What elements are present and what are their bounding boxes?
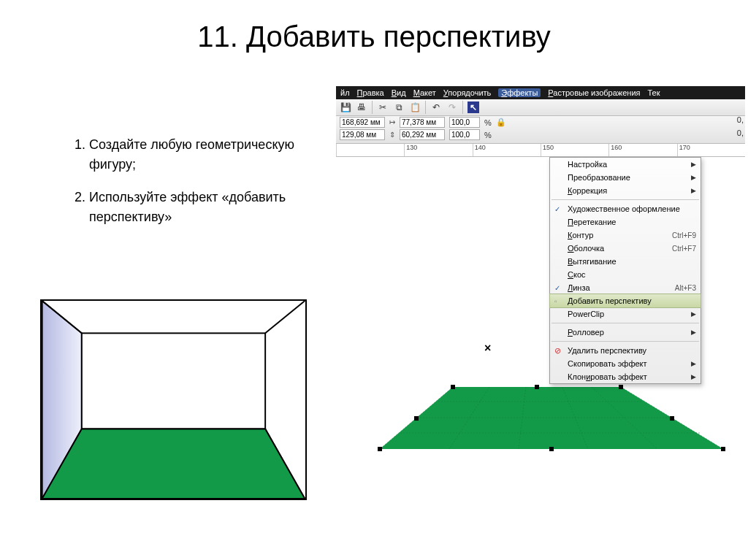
paste-icon[interactable]: 📋 [409,101,421,113]
effects-dropdown: Настройка▶ Преобразование▶ Коррекция▶ Ху… [549,157,701,384]
width-input[interactable] [400,117,445,128]
instructions: Создайте любую геометрическую фигуру; Ис… [60,135,308,240]
menu-file-tail[interactable]: йл [340,88,350,97]
undo-icon[interactable]: ↶ [430,101,442,113]
x-pos-input[interactable] [340,117,385,128]
scale-x-input[interactable] [449,117,480,128]
menu-arrange[interactable]: Упорядочить [443,88,491,97]
svg-rect-17 [535,385,539,389]
right-num-2: 0, [737,129,744,137]
right-num-1: 0, [737,115,744,124]
height-icon: ⇕ [389,131,395,139]
width-icon: ↦ [389,118,395,126]
cut-icon[interactable]: ✂ [377,101,389,113]
canvas[interactable]: Настройка▶ Преобразование▶ Коррекция▶ Ху… [336,157,745,442]
copy-icon[interactable]: ⧉ [393,101,405,113]
menu-item-powerclip[interactable]: PowerClip▶ [550,307,701,321]
pick-tool-icon[interactable]: ↖ [468,101,479,113]
step-1: Создайте любую геометрическую фигуру; [89,135,308,174]
app-screenshot: йл Правка Вид Макет Упорядочить Эффекты … [336,86,745,442]
step-2: Используйте эффект «добавить перспективу… [89,188,308,227]
scale-y-input[interactable] [449,129,480,140]
svg-rect-19 [378,447,382,451]
menu-item-contour[interactable]: КонтурCtrl+F9 [550,229,701,242]
room-perspective-illustration [40,299,307,500]
lock-icon[interactable]: 🔒 [496,118,506,127]
svg-rect-21 [721,447,725,451]
vanishing-point-mark: × [484,342,491,355]
menu-item-bevel[interactable]: Скос [550,268,701,281]
y-pos-input[interactable] [340,129,385,140]
menu-item-clone-effect[interactable]: Клонировать эффект▶ [550,370,701,383]
redo-icon[interactable]: ↷ [446,101,458,113]
menu-item-add-perspective[interactable]: Добавить перспективу [549,294,701,308]
menu-item-copy-effect[interactable]: Скопировать эффект▶ [550,357,701,370]
menu-text[interactable]: Тек [647,88,660,97]
svg-line-2 [265,301,305,333]
pct-label-1: % [484,118,492,127]
menu-layout[interactable]: Макет [413,88,436,97]
save-icon[interactable]: 💾 [340,101,351,113]
menu-item-adjust[interactable]: Настройка▶ [550,158,701,171]
horizontal-ruler: 130 140 150 160 170 [336,144,745,157]
standard-toolbar: 💾 🖶 ✂ ⧉ 📋 ↶ ↷ ↖ [336,99,745,116]
svg-rect-1 [82,333,265,429]
menu-item-envelope[interactable]: ОболочкаCtrl+F7 [550,242,701,255]
menu-item-transform[interactable]: Преобразование▶ [550,171,701,184]
menu-item-artistic[interactable]: Художественное оформление [550,202,701,215]
svg-rect-20 [549,447,554,451]
menu-view[interactable]: Вид [392,88,406,97]
menu-edit[interactable]: Правка [357,88,384,97]
menu-bitmaps[interactable]: Растровые изображения [548,88,640,97]
svg-rect-16 [451,385,455,389]
property-bar: ↦ % 🔒 ⇕ % [336,116,745,144]
menu-item-lens[interactable]: ЛинзаAlt+F3 [550,281,701,294]
svg-rect-18 [619,385,623,389]
menu-item-blend[interactable]: Перетекание [550,215,701,229]
pct-label-2: % [484,131,492,139]
menubar: йл Правка Вид Макет Упорядочить Эффекты … [336,86,745,99]
menu-effects[interactable]: Эффекты [498,88,541,97]
perspective-shape[interactable] [380,387,723,449]
room-svg [42,301,305,499]
height-input[interactable] [400,129,445,140]
slide-title: 11. Добавить перспективу [0,0,748,53]
svg-marker-4 [42,429,305,499]
svg-rect-23 [670,416,674,421]
menu-item-rollover[interactable]: Ролловер▶ [550,326,701,339]
print-icon[interactable]: 🖶 [356,101,367,113]
menu-item-clear-perspective[interactable]: Удалить перспективу [550,344,701,357]
menu-item-extrude[interactable]: Вытягивание [550,255,701,268]
menu-item-correction[interactable]: Коррекция▶ [550,184,701,197]
svg-rect-22 [414,416,419,421]
